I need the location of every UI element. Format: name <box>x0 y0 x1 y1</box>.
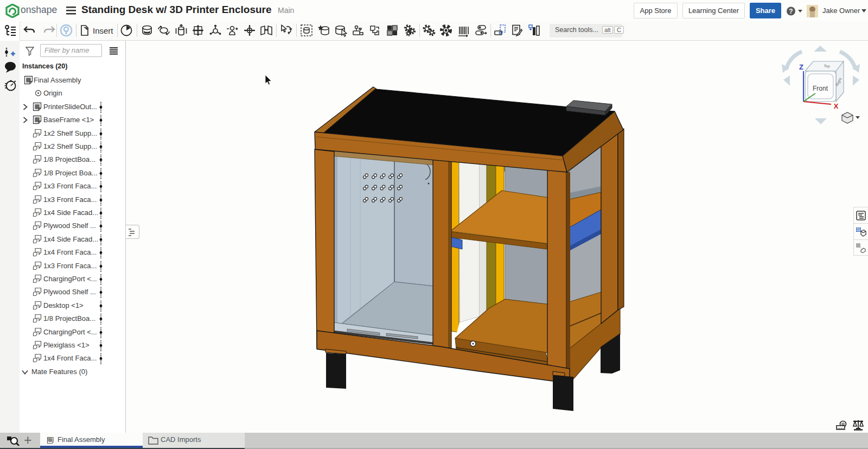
svg-text:Front: Front <box>813 85 828 92</box>
svg-text:?: ? <box>789 8 793 15</box>
svg-text:Z: Z <box>799 63 803 71</box>
svg-text:X: X <box>834 102 839 110</box>
